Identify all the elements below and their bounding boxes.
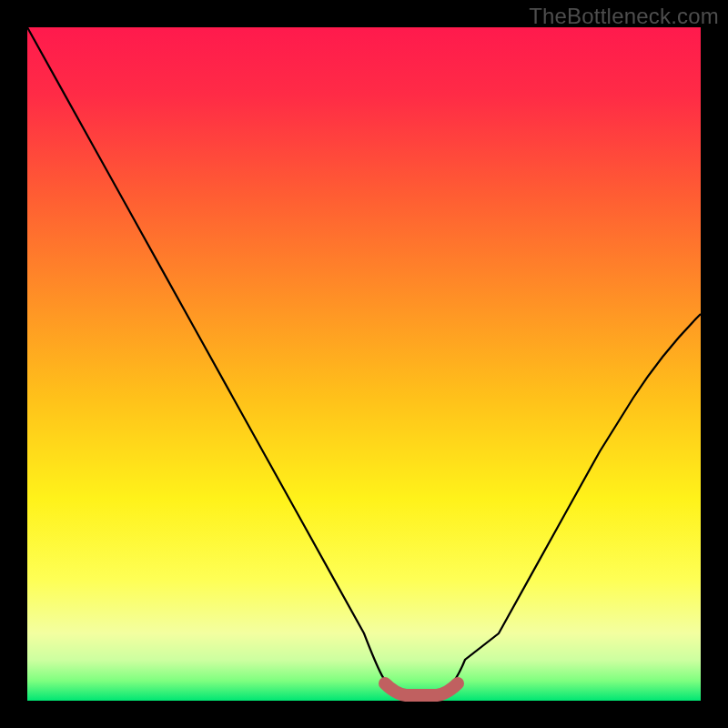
bottleneck-chart bbox=[0, 0, 728, 728]
watermark-text: TheBottleneck.com bbox=[529, 4, 719, 29]
plot-background bbox=[27, 27, 701, 701]
chart-frame: TheBottleneck.com bbox=[0, 0, 728, 728]
